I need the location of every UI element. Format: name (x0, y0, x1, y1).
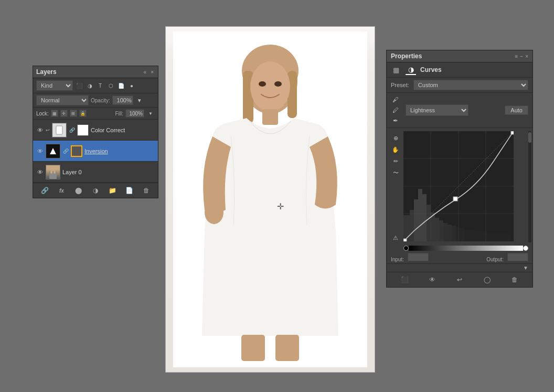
layers-panel-title: Layers (36, 68, 57, 76)
fill-label: Fill: (115, 111, 123, 116)
layer-item-layer0[interactable]: 👁 Layer 0 (33, 162, 158, 183)
blend-mode-select[interactable]: Normal (36, 95, 89, 105)
opacity-input[interactable] (112, 96, 133, 105)
output-label: Output: (486, 257, 504, 262)
delete-layer-icon[interactable]: 🗑 (142, 186, 151, 195)
add-mask-icon[interactable]: ⬤ (74, 186, 83, 195)
layer-name-layer0: Layer 0 (62, 169, 155, 175)
kind-select[interactable]: Kind (36, 80, 73, 91)
type-icon[interactable]: T (96, 81, 104, 90)
layers-close-btn[interactable]: × (150, 69, 155, 75)
auto-button[interactable]: Auto (505, 105, 528, 115)
svg-rect-54 (511, 131, 514, 134)
properties-tabs: ▦ ◑ Curves (387, 62, 532, 78)
visibility-icon[interactable]: 👁 (428, 275, 437, 284)
new-group-icon[interactable]: 📁 (108, 186, 117, 195)
shadow-handle[interactable] (403, 246, 409, 251)
smooth-tool-icon[interactable]: 〜 (391, 168, 400, 177)
curves-scrollbar[interactable] (528, 131, 531, 242)
curves-graph-wrapper (403, 131, 528, 242)
svg-rect-44 (477, 231, 481, 241)
canvas-figure (173, 31, 367, 367)
pixel-filter-icon[interactable]: ⬛ (75, 81, 83, 90)
smart-object-icon[interactable]: 📄 (117, 81, 125, 90)
blend-row: Normal Opacity: ▼ (33, 93, 158, 108)
layers-panel: Layers « × Kind ⬛ ◑ T ⬡ 📄 ● Normal Opaci… (33, 66, 158, 198)
hand-tool-icon[interactable]: ✋ (391, 145, 400, 154)
layer-link-icon-inversion: 🔗 (62, 148, 69, 154)
prop-tab-pixel-icon[interactable]: ▦ (391, 65, 401, 75)
svg-rect-48 (494, 233, 498, 241)
highlight-handle[interactable] (523, 246, 528, 251)
lock-move-icon[interactable]: ✛ (60, 110, 68, 117)
lock-all-icon[interactable]: 🔒 (79, 110, 87, 117)
fx-icon[interactable]: fx (57, 186, 66, 195)
channel-select[interactable]: Lightness (406, 104, 468, 116)
expand-icon[interactable]: ▼ (523, 265, 528, 271)
svg-rect-36 (443, 223, 448, 241)
layer-item-color-correct[interactable]: 👁 ↩ 🔗 Color Correct (33, 120, 158, 141)
undo-icon[interactable]: ↩ (455, 275, 464, 284)
svg-point-4 (50, 165, 56, 171)
new-layer-icon[interactable]: 📄 (125, 186, 134, 195)
input-output-row: Input: Output: (387, 251, 532, 263)
input-label: Input: (391, 257, 404, 262)
properties-footer: ⬛ 👁 ↩ ◯ 🗑 (387, 272, 532, 287)
visibility-icon-layer0[interactable]: 👁 (36, 168, 44, 176)
properties-header: Properties ≡ − × (387, 50, 532, 62)
layer-thumb-inversion (46, 144, 60, 158)
prop-tab-curves-icon[interactable]: ◑ (406, 65, 416, 75)
canvas-image: ✛ (166, 27, 375, 372)
lock-pixels-icon[interactable]: ▦ (51, 110, 58, 117)
visibility-icon-inversion[interactable]: 👁 (36, 147, 44, 155)
eyedropper-highlight-icon[interactable]: ✒ (391, 116, 400, 125)
layer-mask-color-correct (77, 124, 89, 136)
svg-point-6 (50, 171, 52, 174)
properties-close-icon[interactable]: × (525, 54, 528, 59)
svg-rect-1 (56, 126, 62, 134)
svg-point-13 (250, 61, 290, 112)
pixel-icon[interactable]: ● (127, 81, 136, 90)
shape-icon[interactable]: ⬡ (106, 81, 115, 90)
svg-rect-53 (453, 197, 457, 201)
adjustment-layer-icon[interactable]: ◑ (91, 186, 100, 195)
svg-rect-34 (435, 218, 439, 241)
properties-panel: Properties ≡ − × ▦ ◑ Curves Preset: Cust… (386, 50, 533, 288)
clip-to-layer-icon[interactable]: ⬛ (400, 275, 409, 284)
layer-mask-inversion (71, 145, 82, 157)
properties-collapse-icon[interactable]: − (520, 54, 523, 59)
layer-item-inversion[interactable]: 👁 🔗 Inversion (33, 141, 158, 162)
opacity-arrow[interactable]: ▼ (135, 96, 144, 104)
fill-arrow[interactable]: ▼ (146, 109, 155, 118)
layers-collapse-btn[interactable]: « (143, 69, 148, 75)
layers-list: 👁 ↩ 🔗 Color Correct 👁 🔗 Inversion 👁 (33, 120, 158, 183)
fill-input[interactable] (125, 109, 144, 118)
target-select-icon[interactable]: ⊕ (391, 133, 400, 143)
layer-arrow-icon: ↩ (46, 128, 50, 133)
visibility2-icon[interactable]: ◯ (482, 275, 492, 284)
lock-artboards-icon[interactable]: ⊞ (70, 110, 77, 117)
curves-area: ⊕ ✋ ✏ 〜 ⚠ (387, 128, 532, 243)
eyedropper-mid-icon[interactable]: 🖊 (391, 105, 400, 115)
svg-point-17 (205, 201, 223, 224)
pencil-tool-icon[interactable]: ✏ (391, 156, 400, 166)
svg-rect-30 (418, 189, 422, 241)
visibility-icon-color-correct[interactable]: 👁 (36, 126, 44, 134)
delete-icon[interactable]: 🗑 (510, 275, 519, 284)
layer-name-inversion: Inversion (84, 148, 155, 154)
adjustment-icon[interactable]: ◑ (86, 81, 94, 90)
output-value[interactable] (507, 253, 528, 261)
curves-graph-svg[interactable] (403, 131, 514, 241)
input-value[interactable] (408, 253, 429, 261)
eyedropper-shadow-icon[interactable]: 🖋 (391, 95, 400, 104)
layers-panel-header: Layers « × (33, 66, 158, 78)
svg-rect-50 (502, 234, 506, 241)
link-layers-icon[interactable]: 🔗 (40, 186, 49, 195)
canvas-area: ✛ (165, 26, 375, 373)
preset-label: Preset: (391, 82, 409, 88)
svg-rect-38 (452, 226, 456, 241)
properties-menu-icon[interactable]: ≡ (515, 54, 518, 59)
svg-rect-29 (414, 199, 418, 241)
preset-select[interactable]: Custom (413, 80, 528, 90)
crosshair-cursor: ✛ (277, 202, 284, 211)
